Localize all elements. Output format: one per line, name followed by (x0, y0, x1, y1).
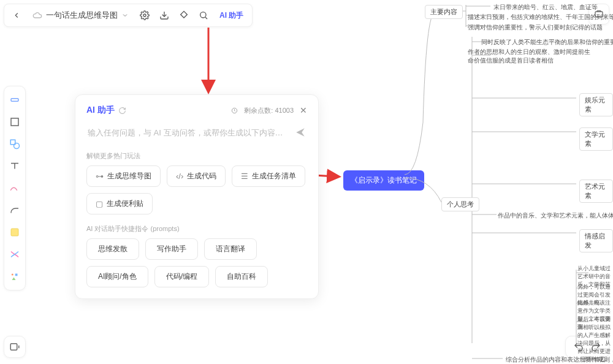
mindmap-central-node[interactable]: 《启示录》读书笔记 (343, 170, 424, 191)
thought-item-1[interactable]: 同时反映了人类不能生态平衡的后果和信仰的重要性 (481, 38, 613, 47)
send-button[interactable] (295, 127, 306, 138)
main-item-3[interactable]: 强调对信仰的重要性，警示人们要时刻记得的话题 (468, 23, 603, 32)
tool-more[interactable] (7, 269, 22, 284)
chip-translate[interactable]: 语言翻译 (204, 238, 257, 260)
svg-rect-5 (11, 99, 18, 102)
export-button[interactable] (156, 7, 173, 24)
svg-line-3 (205, 17, 207, 19)
side-label-2[interactable]: 文学元素 (579, 127, 613, 151)
section-label-2: AI 对话助手快捷指令 (prompts) (86, 224, 307, 233)
chip-sticky[interactable]: ▢生成便利贴 (86, 193, 153, 214)
task-icon: ☰ (241, 172, 248, 181)
branch-main[interactable]: 主要内容 (425, 5, 463, 19)
panel-title: AI 助手 (86, 105, 126, 116)
top-toolbar: 一句话生成思维导图 AI 助手 (4, 4, 253, 27)
svg-point-8 (14, 143, 20, 149)
bottom-left-button[interactable] (4, 336, 26, 358)
tool-connector[interactable] (7, 203, 22, 218)
document-title[interactable]: 一句话生成思维导图 (28, 7, 134, 24)
search-button[interactable] (195, 7, 212, 24)
chip-task[interactable]: ☰生成任务清单 (232, 165, 305, 187)
main-item-2[interactable]: 描述末日预测，包括灾难的地狱性、千年王国的到来等 (468, 13, 613, 21)
branch-personal[interactable]: 个人思考 (441, 197, 479, 211)
side-label-3[interactable]: 艺术元素 (579, 180, 613, 203)
svg-rect-13 (10, 344, 17, 351)
tool-pen[interactable] (7, 181, 22, 195)
tool-sticky[interactable] (7, 225, 22, 240)
tool-topic[interactable] (7, 93, 22, 107)
main-item-1[interactable]: 末日带来的暗号、红云、地震、血证等 (493, 3, 598, 12)
close-button[interactable]: ✕ (300, 105, 307, 115)
sticky-icon: ▢ (96, 199, 103, 208)
mindmap-icon: ⊶ (96, 172, 104, 181)
clock-icon (231, 107, 238, 114)
chip-mindmap[interactable]: ⊶生成思维导图 (86, 165, 161, 187)
chip-code[interactable]: ‹/›生成代码 (167, 165, 226, 187)
back-button[interactable] (8, 7, 25, 24)
svg-rect-11 (15, 274, 18, 276)
tool-text[interactable] (7, 159, 22, 173)
settings-button[interactable] (136, 7, 153, 24)
title-text: 一句话生成思维导图 (46, 10, 118, 21)
tool-shape[interactable] (7, 137, 22, 151)
points-remaining: 剩余点数: 41003 (244, 106, 294, 115)
svg-point-10 (12, 274, 13, 276)
tag-button[interactable] (175, 7, 192, 24)
section-label-1: 解锁更多热门玩法 (86, 151, 307, 161)
annotation-arrow-1 (184, 25, 233, 98)
chip-writing[interactable]: 写作助手 (145, 238, 198, 260)
bottom-text[interactable]: 综合分析作品的内容和表达后要件规则，以及评论 (506, 355, 613, 364)
refresh-icon[interactable] (118, 107, 126, 115)
ai-assistant-panel: AI 助手 剩余点数: 41003 ✕ 解锁更多热门玩法 ⊶生成思维导图 ‹/›… (75, 94, 319, 299)
ai-input[interactable] (88, 128, 290, 137)
chip-coding[interactable]: 代码/编程 (154, 266, 209, 287)
thought-item-2[interactable]: 作者的思想和人的生日的观察、激时间提前生命价值信服的成是首日读者相信 (468, 48, 590, 65)
chip-role[interactable]: AI顾问/角色 (86, 266, 148, 287)
code-icon: ‹/› (176, 172, 183, 181)
side-text-1[interactable]: 作品中的音乐、文学和艺术元素，能人体体现察的情感感受 (498, 211, 613, 220)
chevron-down-icon (121, 12, 129, 19)
side-label-1[interactable]: 娱乐元素 (579, 93, 613, 116)
svg-marker-12 (12, 278, 16, 281)
tool-cross[interactable] (7, 247, 22, 262)
svg-point-0 (143, 14, 146, 17)
chip-diverge[interactable]: 思维发散 (86, 238, 139, 260)
cloud-icon (32, 10, 42, 20)
ai-assistant-button[interactable]: AI 助手 (215, 10, 248, 21)
side-label-4[interactable]: 情感启发 (579, 229, 613, 252)
svg-rect-9 (11, 229, 18, 236)
svg-point-2 (200, 12, 206, 18)
tool-frame[interactable] (7, 115, 22, 129)
chip-wiki[interactable]: 自助百科 (215, 266, 268, 287)
svg-rect-6 (11, 118, 18, 126)
left-toolbar (4, 86, 26, 290)
